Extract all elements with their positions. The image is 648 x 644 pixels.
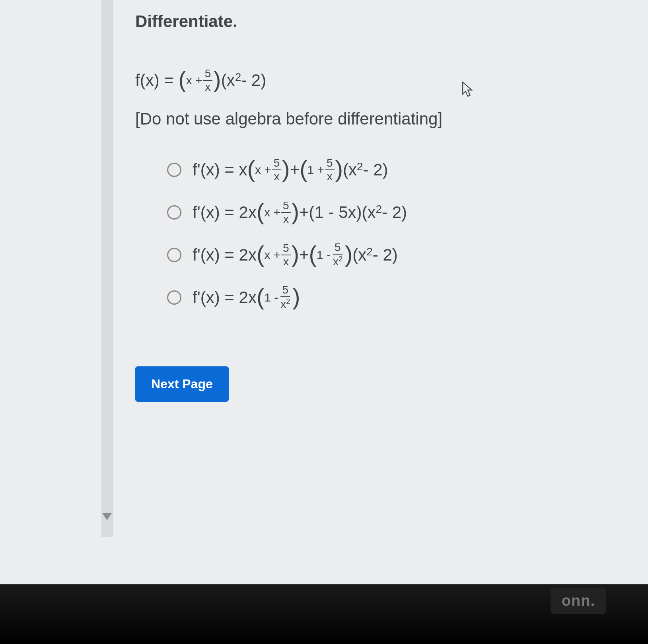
answer-option-2[interactable]: f'(x) = 2x ( x + 5 x ) + (1 - 5x)(x 2 - … bbox=[167, 199, 613, 226]
radio-button[interactable] bbox=[167, 205, 181, 220]
next-page-button[interactable]: Next Page bbox=[135, 366, 229, 402]
option-equation: f'(x) = 2x ( x + 5 x ) + (1 - 5x)(x 2 - … bbox=[193, 199, 407, 226]
question-instruction: [Do not use algebra before differentiati… bbox=[135, 109, 613, 128]
radio-button[interactable] bbox=[167, 290, 181, 305]
answer-option-1[interactable]: f'(x) = x ( x + 5 x ) + ( 1 + 5 x bbox=[167, 156, 613, 183]
radio-button[interactable] bbox=[167, 248, 181, 262]
answer-option-4[interactable]: f'(x) = 2x ( 1 - 5 x2 ) bbox=[167, 284, 613, 311]
scrollbar-down-arrow[interactable] bbox=[102, 513, 112, 520]
answer-options: f'(x) = x ( x + 5 x ) + ( 1 + 5 x bbox=[167, 156, 613, 311]
question-content: Differentiate. f(x) = ( x + 5 x ) (x 2 -… bbox=[135, 12, 613, 402]
option-equation: f'(x) = x ( x + 5 x ) + ( 1 + 5 x bbox=[193, 156, 388, 183]
radio-button[interactable] bbox=[167, 163, 181, 177]
scrollbar-track[interactable] bbox=[101, 0, 113, 537]
answer-option-3[interactable]: f'(x) = 2x ( x + 5 x ) + ( 1 - 5 bbox=[167, 241, 613, 268]
option-equation: f'(x) = 2x ( 1 - 5 x2 ) bbox=[193, 284, 300, 311]
monitor-brand-logo: onn. bbox=[551, 588, 606, 614]
option-equation: f'(x) = 2x ( x + 5 x ) + ( 1 - 5 bbox=[193, 241, 398, 268]
function-equation: f(x) = ( x + 5 x ) (x 2 - 2) bbox=[135, 67, 613, 93]
quiz-page: Differentiate. f(x) = ( x + 5 x ) (x 2 -… bbox=[0, 0, 648, 644]
equation-lhs: f(x) bbox=[135, 71, 160, 90]
question-title: Differentiate. bbox=[135, 12, 613, 31]
